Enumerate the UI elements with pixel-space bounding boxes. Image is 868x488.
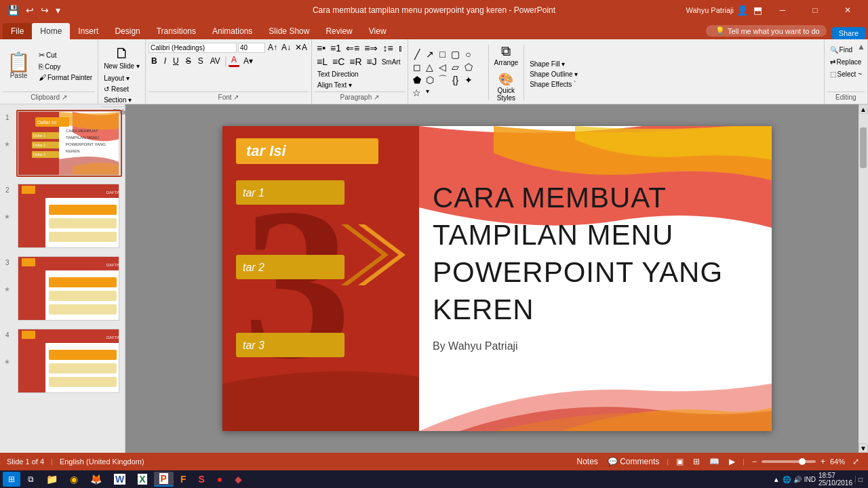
char-spacing-button[interactable]: AV xyxy=(208,56,223,66)
shape-fill-button[interactable]: Shape Fill ▾ xyxy=(527,60,580,68)
rtriangle-shape[interactable]: ◁ xyxy=(437,61,449,73)
app-s-button[interactable]: S xyxy=(193,472,210,487)
rect-shape[interactable]: □ xyxy=(437,48,449,60)
tab-file[interactable]: File xyxy=(3,23,32,39)
font-size-decrease-button[interactable]: A↓ xyxy=(280,42,292,53)
replace-button[interactable]: ⇄ Replace xyxy=(827,57,865,67)
zoom-thumb[interactable] xyxy=(799,458,806,465)
bold-button[interactable]: B xyxy=(149,56,160,66)
zoom-in-button[interactable]: + xyxy=(818,456,827,467)
ribbon-display-button[interactable]: ⬒ xyxy=(751,5,765,16)
chrome-button[interactable]: ◉ xyxy=(64,472,83,487)
zoom-out-button[interactable]: − xyxy=(750,456,759,467)
powerpoint-button[interactable]: P xyxy=(154,472,174,487)
section-button[interactable]: Section ▾ xyxy=(101,95,134,105)
app-f-button[interactable]: F xyxy=(175,472,192,487)
select-button[interactable]: ⬚ Select ~ xyxy=(827,69,865,79)
clear-formatting-button[interactable]: ✕A xyxy=(294,42,309,53)
find-button[interactable]: 🔍 Find xyxy=(827,45,855,55)
chevron-shape[interactable]: ⬟ xyxy=(411,74,423,86)
cut-button[interactable]: ✂ Cut xyxy=(36,50,95,60)
tab-review[interactable]: Review xyxy=(317,23,360,39)
shape12[interactable]: ⬡ xyxy=(424,74,436,86)
firefox-button[interactable]: 🦊 xyxy=(85,472,107,487)
reset-button[interactable]: ↺ Reset xyxy=(101,84,132,94)
reading-view-button[interactable]: 📖 xyxy=(707,456,722,467)
align-left-button[interactable]: ≡L xyxy=(315,56,330,68)
redo-button[interactable]: ↪ xyxy=(39,3,51,17)
slideshow-button[interactable]: ▶ xyxy=(727,456,737,467)
app-diamond-button[interactable]: ◆ xyxy=(229,472,248,487)
minimize-button[interactable]: ─ xyxy=(768,0,797,20)
tab-view[interactable]: View xyxy=(361,23,395,39)
shapes-more[interactable]: ▾ xyxy=(424,87,431,99)
tray-arrow[interactable]: ▲ xyxy=(773,476,780,483)
excel-button[interactable]: X xyxy=(132,472,152,487)
save-button[interactable]: 💾 xyxy=(5,3,21,17)
new-slide-button[interactable]: 🗋 New Slide ▾ xyxy=(101,42,142,73)
parallelogram-shape[interactable]: ▱ xyxy=(450,61,462,73)
shape15[interactable]: ✦ xyxy=(462,74,475,86)
arrange-button[interactable]: ⧉ Arrange xyxy=(492,42,521,68)
shape-effects-button[interactable]: Shape Effects ` xyxy=(527,80,580,89)
underline-button[interactable]: U xyxy=(170,56,182,66)
comments-button[interactable]: 💬 Comments xyxy=(606,456,661,467)
line-spacing-button[interactable]: ↕≡ xyxy=(380,42,395,54)
columns-button[interactable]: ⫾ xyxy=(396,42,405,54)
taskview-button[interactable]: ⧉ xyxy=(22,472,39,487)
scroll-down-button[interactable]: ▼ xyxy=(859,443,868,453)
text-direction-button[interactable]: Text Direction xyxy=(315,69,361,79)
shape16[interactable]: ☆ xyxy=(411,87,423,99)
font-family-input[interactable] xyxy=(149,43,237,53)
italic-button[interactable]: I xyxy=(161,56,169,66)
slide-thumb-1[interactable]: 1 ★ CARA MEMBUAT TAMPILAN MENU POWERPOIN… xyxy=(16,110,122,177)
scroll-thumb[interactable] xyxy=(860,127,867,168)
increase-indent-button[interactable]: ≡⇒ xyxy=(362,42,380,54)
oval-shape[interactable]: ○ xyxy=(462,48,475,60)
layout-button[interactable]: Layout ▾ xyxy=(101,73,132,83)
line-shape[interactable]: ╱ xyxy=(411,48,423,60)
brace-shape[interactable]: {} xyxy=(450,74,462,86)
undo-button[interactable]: ↩ xyxy=(24,3,36,17)
highlight-color-button[interactable]: A▾ xyxy=(241,56,256,66)
quick-styles-button[interactable]: 🎨 Quick Styles xyxy=(494,70,518,103)
shadow-button[interactable]: S xyxy=(195,56,206,66)
maximize-button[interactable]: □ xyxy=(800,0,830,20)
file-explorer-button[interactable]: 📁 xyxy=(41,472,63,487)
tab-design[interactable]: Design xyxy=(106,23,148,39)
notes-button[interactable]: Notes xyxy=(575,456,600,467)
smartart-button[interactable]: SmArt xyxy=(380,58,403,66)
font-color-button[interactable]: A xyxy=(229,54,239,67)
zoom-slider[interactable] xyxy=(762,460,816,463)
font-size-increase-button[interactable]: A↑ xyxy=(267,42,279,53)
slide-thumb-2[interactable]: 2 ★ DAFTAR 1 xyxy=(16,182,122,249)
copy-button[interactable]: ⎘ Copy xyxy=(36,62,95,71)
align-text-button[interactable]: Align Text ▾ xyxy=(315,80,361,90)
show-desktop-button[interactable]: □ xyxy=(855,476,863,483)
slide-thumb-3[interactable]: 3 ★ DAFTAR 2 xyxy=(16,255,122,322)
close-button[interactable]: ✕ xyxy=(833,0,863,20)
arrow-shape[interactable]: ↗ xyxy=(424,48,436,60)
tab-animations[interactable]: Animations xyxy=(204,23,260,39)
pentagon-shape[interactable]: ⬠ xyxy=(462,61,475,73)
font-size-input[interactable] xyxy=(238,43,265,53)
shape-outline-button[interactable]: Shape Outline ▾ xyxy=(527,70,580,79)
scroll-up-button[interactable]: ▲ xyxy=(859,104,868,114)
align-right-button[interactable]: ≡R xyxy=(347,56,363,68)
customize-qa-button[interactable]: ▾ xyxy=(54,3,62,17)
start-button[interactable]: ⊞ xyxy=(3,472,20,487)
normal-view-button[interactable]: ▣ xyxy=(674,456,686,467)
decrease-indent-button[interactable]: ⇐≡ xyxy=(344,42,361,54)
tell-me-input[interactable]: 💡 Tell me what you want to do xyxy=(706,25,827,37)
volume-icon[interactable]: 🔊 xyxy=(793,476,802,483)
slide-thumb-4[interactable]: 4 ★ DAFTAR 3 xyxy=(16,327,122,394)
triangle-shape[interactable]: △ xyxy=(424,61,436,73)
collapse-ribbon-button[interactable]: ▲ xyxy=(857,42,865,52)
network-icon[interactable]: 🌐 xyxy=(783,476,791,483)
slide-sorter-button[interactable]: ⊞ xyxy=(691,456,702,467)
paste-button[interactable]: 📋 Paste xyxy=(3,52,35,81)
rounded-rect-shape[interactable]: ▢ xyxy=(450,48,462,60)
numbering-button[interactable]: ≡1 xyxy=(328,42,343,54)
tab-slideshow[interactable]: Slide Show xyxy=(260,23,317,39)
account-icon[interactable]: 👤 xyxy=(736,5,748,16)
